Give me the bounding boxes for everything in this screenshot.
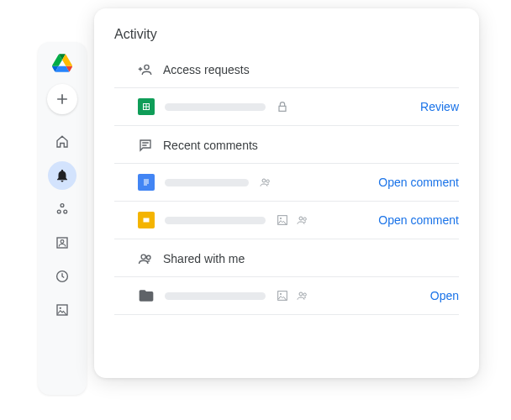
comment-row[interactable]: Open comment [114,163,459,201]
folder-icon [138,287,155,304]
new-button[interactable] [47,84,77,114]
workspaces-icon [55,202,70,217]
docs-icon [138,174,155,191]
shared-row[interactable]: Open [114,276,459,315]
svg-point-16 [299,217,303,220]
section-recent-comments: Recent comments Open comment Open commen… [114,133,459,239]
nav-home[interactable] [48,128,76,156]
person-box-icon [55,235,70,250]
section-title: Recent comments [163,139,258,152]
svg-point-11 [262,179,266,182]
meta-icons [276,100,289,113]
panel-title: Activity [114,27,459,42]
access-request-row[interactable]: Review [114,87,459,126]
meta-icons [276,289,309,302]
sheets-icon [138,98,155,115]
nav-starred[interactable] [48,296,76,324]
section-access-requests: Access requests Review [114,57,459,126]
people-icon [259,176,272,189]
section-shared-with-me: Shared with me Open [114,246,459,315]
open-link[interactable]: Open [430,289,459,302]
meta-icons [276,213,309,227]
svg-point-17 [303,218,306,220]
svg-point-4 [61,240,64,244]
image-icon [276,213,289,227]
sidebar [38,42,87,395]
svg-point-21 [280,293,282,295]
section-header: Recent comments [114,133,459,163]
svg-point-22 [299,292,303,296]
slides-icon [138,212,155,228]
image-icon [276,289,289,302]
nav-shared[interactable] [48,228,76,257]
section-title: Access requests [163,63,250,76]
clock-icon [55,269,70,284]
people-icon [296,289,309,302]
svg-point-19 [147,255,151,260]
bell-icon [55,168,70,183]
section-title: Shared with me [163,252,245,265]
people-icon [296,213,309,227]
svg-point-7 [60,307,61,309]
plus-icon [54,91,71,108]
file-title-placeholder [165,179,249,186]
drive-logo [52,54,72,72]
section-header: Access requests [114,57,459,87]
comment-icon [138,138,153,153]
svg-point-23 [303,293,306,296]
file-title-placeholder [165,103,266,111]
svg-point-8 [145,65,149,69]
svg-rect-10 [279,106,286,111]
open-comment-link[interactable]: Open comment [378,176,459,189]
svg-point-15 [280,218,282,219]
svg-point-1 [57,210,61,213]
svg-rect-13 [144,218,150,223]
meta-icons [259,176,272,189]
svg-point-0 [61,204,64,207]
svg-point-12 [266,180,269,182]
person-add-icon [138,62,153,77]
section-header: Shared with me [114,246,459,276]
review-link[interactable]: Review [420,100,459,113]
svg-point-18 [141,255,145,259]
nav-activity[interactable] [48,161,76,190]
image-box-icon [55,302,70,318]
home-icon [55,134,70,150]
nav-workspaces[interactable] [48,195,76,223]
svg-point-2 [64,210,67,213]
activity-panel: Activity Access requests Review Recent c… [94,8,479,378]
nav-recent[interactable] [48,262,76,291]
file-title-placeholder [165,217,266,224]
comment-row[interactable]: Open comment [114,201,459,239]
people-icon [138,251,153,266]
lock-icon [276,100,289,113]
open-comment-link[interactable]: Open comment [378,213,459,227]
file-title-placeholder [165,292,266,300]
